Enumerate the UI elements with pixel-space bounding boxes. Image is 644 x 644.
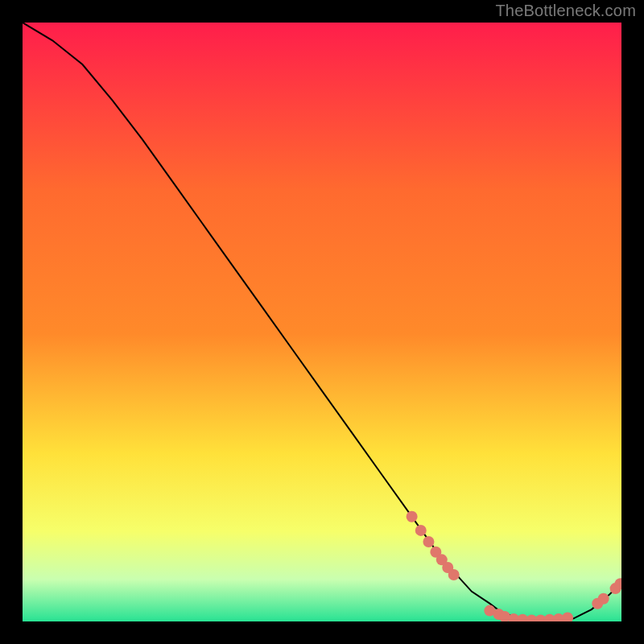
plot-area bbox=[23, 23, 621, 621]
curve-marker bbox=[598, 593, 609, 605]
curve-marker bbox=[423, 536, 434, 547]
chart-svg bbox=[23, 23, 621, 621]
watermark-label: TheBottleneck.com bbox=[495, 2, 636, 20]
gradient-background bbox=[23, 23, 621, 621]
chart-stage: TheBottleneck.com bbox=[0, 0, 644, 644]
curve-marker bbox=[415, 525, 427, 536]
curve-marker bbox=[407, 511, 418, 522]
curve-marker bbox=[448, 569, 460, 580]
